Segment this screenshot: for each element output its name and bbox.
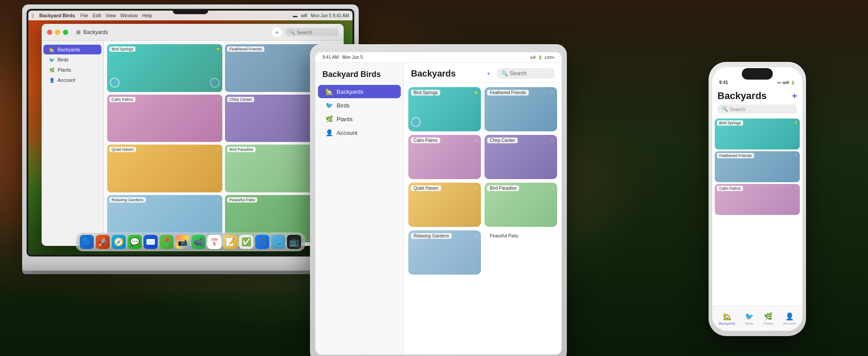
dock-calendar[interactable]: JUN5 bbox=[207, 235, 221, 249]
dock-hummingbird[interactable]: 🐦 bbox=[271, 235, 285, 249]
iphone-title-text: Backyards bbox=[717, 90, 767, 102]
maximize-button[interactable] bbox=[63, 30, 68, 35]
card-star[interactable]: ☆ bbox=[216, 147, 220, 152]
mac-cards-grid: Bird Springs ★ Feathered Friends bbox=[104, 41, 344, 246]
iphone-search-box[interactable]: 🔍 Search bbox=[717, 104, 797, 114]
iphone-tab-account[interactable]: 👤 Account bbox=[780, 310, 798, 327]
minimize-button[interactable] bbox=[55, 30, 60, 35]
ipad-card-relaxing-gardens[interactable]: Relaxing Gardens ☆ bbox=[408, 230, 481, 275]
card-star[interactable]: ☆ bbox=[216, 197, 220, 202]
ipad-card-chirp-center[interactable]: Chirp Center ☆ bbox=[484, 135, 557, 179]
iphone-item-star[interactable]: ★ bbox=[794, 120, 798, 125]
dock-safari[interactable]: 🧭 bbox=[112, 235, 126, 249]
dock-notes[interactable]: 📝 bbox=[223, 235, 237, 249]
card-label: Bird Springs bbox=[109, 46, 136, 52]
iphone-add-button[interactable]: + bbox=[792, 91, 797, 101]
iphone-tab-plants-icon: 🌿 bbox=[764, 312, 773, 321]
ipad-time: 9:41 AM bbox=[322, 55, 339, 60]
iphone-card-feathered-friends[interactable]: Feathered Friends ☆ bbox=[715, 151, 800, 182]
ipad-card-star[interactable]: ☆ bbox=[550, 233, 554, 239]
iphone-item-star[interactable]: ☆ bbox=[794, 186, 798, 190]
dock-appletv[interactable]: 📺 bbox=[287, 235, 301, 249]
ipad-nav-plants-label: Plants bbox=[337, 116, 353, 122]
iphone-tab-account-icon: 👤 bbox=[785, 312, 794, 321]
iphone-tab-plants[interactable]: 🌿 Plants bbox=[761, 310, 776, 327]
mac-sidebar-plants[interactable]: 🌿 Plants bbox=[43, 65, 101, 75]
iphone-card-calm-palms[interactable]: Calm Palms ☆ bbox=[715, 184, 800, 215]
ipad-card-star[interactable]: ☆ bbox=[550, 138, 554, 143]
iphone-tab-backyards-icon: 🏡 bbox=[723, 312, 732, 321]
mac-card-quiet-haven[interactable]: Quiet Haven ☆ bbox=[107, 145, 222, 192]
ipad-nav-backyards-label: Backyards bbox=[337, 88, 364, 95]
ipad-nav-account[interactable]: 👤 Account bbox=[318, 126, 401, 139]
wifi-icon: wifi bbox=[301, 13, 307, 18]
mac-card-bird-springs[interactable]: Bird Springs ★ bbox=[107, 44, 222, 92]
mac-sidebar-account[interactable]: 👤 Account bbox=[43, 75, 101, 85]
mac-laptop:  Backyard Birds File Edit View Window H… bbox=[22, 4, 359, 323]
card-label: Bird Paradise bbox=[227, 147, 256, 152]
mac-foot bbox=[22, 271, 359, 274]
menu-help[interactable]: Help bbox=[142, 13, 152, 18]
dock-reminders[interactable]: ✅ bbox=[239, 235, 253, 249]
ipad-card-quiet-haven[interactable]: Quiet Haven ☆ bbox=[408, 183, 481, 227]
iphone-body: 9:41 ▪▪▪ wifi 🔋 Backyards + 🔍 bbox=[709, 62, 806, 336]
menu-view[interactable]: View bbox=[105, 13, 116, 18]
card-label: Quiet Haven bbox=[109, 147, 136, 152]
ipad-card-star[interactable]: ☆ bbox=[550, 185, 554, 191]
mac-app-window: ⊞ Backyards + 🔍 Search bbox=[42, 24, 344, 246]
dock-mail[interactable]: ✉️ bbox=[143, 235, 158, 249]
ipad-card-label: Relaxing Gardens bbox=[411, 233, 452, 239]
dock-app-store[interactable]: 🎵 bbox=[255, 235, 269, 249]
iphone-tab-backyards[interactable]: 🏡 Backyards bbox=[716, 310, 738, 327]
dock-finder[interactable]: 🔵 bbox=[80, 235, 94, 249]
ipad-nav-plants[interactable]: 🌿 Plants bbox=[318, 112, 401, 126]
card-star[interactable]: ★ bbox=[216, 46, 220, 51]
account-nav-icon: 👤 bbox=[49, 77, 55, 83]
card-star[interactable]: ☆ bbox=[216, 97, 220, 102]
dock-maps[interactable]: 📍 bbox=[159, 235, 174, 249]
menu-window[interactable]: Window bbox=[120, 13, 138, 18]
menu-file[interactable]: File bbox=[80, 13, 88, 18]
iphone-card-bird-springs[interactable]: Bird Springs ★ bbox=[715, 119, 800, 149]
ipad-search-box[interactable]: 🔍 Search bbox=[497, 68, 554, 79]
mac-sidebar-birds[interactable]: 🐦 Birds bbox=[43, 55, 101, 65]
iphone-page-title: Backyards + bbox=[717, 90, 797, 102]
ipad-plants-icon: 🌿 bbox=[325, 115, 333, 122]
ipad-screen: 9:41 AM Mon Jun 5 wifi 🔋 100% Backyard B… bbox=[315, 52, 562, 355]
mac-search-box[interactable]: 🔍 Search bbox=[285, 28, 338, 36]
ipad-card-star[interactable]: ☆ bbox=[474, 233, 478, 239]
ipad-card-star[interactable]: ☆ bbox=[474, 185, 478, 191]
mac-notch bbox=[173, 9, 208, 14]
ipad-card-feathered-friends[interactable]: Feathered Friends ☆ bbox=[484, 87, 557, 131]
ipad-card-bird-springs[interactable]: Bird Springs ★ bbox=[408, 87, 481, 131]
mac-add-button[interactable]: + bbox=[272, 27, 282, 37]
close-button[interactable] bbox=[47, 30, 52, 35]
dock-launchpad[interactable]: 🚀 bbox=[96, 235, 110, 249]
ipad-nav-birds[interactable]: 🐦 Birds bbox=[318, 99, 401, 112]
ipad-card-label: Chirp Center bbox=[487, 138, 518, 143]
ipad-add-button[interactable]: + bbox=[484, 69, 493, 78]
ipad-card-calm-palms[interactable]: Calm Palms ☆ bbox=[408, 135, 481, 179]
mac-search-icon: 🔍 bbox=[289, 29, 295, 35]
ipad-card-peaceful-patio[interactable]: Peaceful Patio ☆ bbox=[484, 230, 557, 275]
apple-menu-icon[interactable]:  bbox=[32, 12, 34, 19]
dock-photos[interactable]: 📸 bbox=[175, 235, 190, 249]
iphone-tab-birds[interactable]: 🐦 Birds bbox=[742, 310, 756, 327]
iphone-item-star[interactable]: ☆ bbox=[794, 153, 798, 157]
ipad-card-star[interactable]: ☆ bbox=[474, 138, 478, 143]
ipad-body: 9:41 AM Mon Jun 5 wifi 🔋 100% Backyard B… bbox=[310, 44, 567, 356]
mac-card-calm-palms[interactable]: Calm Palms ☆ bbox=[107, 95, 222, 142]
iphone: 9:41 ▪▪▪ wifi 🔋 Backyards + 🔍 bbox=[709, 62, 806, 336]
menu-edit[interactable]: Edit bbox=[93, 13, 101, 18]
mac-sidebar-backyards[interactable]: 🏡 Backyards bbox=[43, 45, 101, 54]
iphone-wifi-icon: wifi bbox=[783, 80, 789, 85]
ipad-nav-backyards[interactable]: 🏡 Backyards bbox=[318, 85, 401, 98]
dock-facetime[interactable]: 📹 bbox=[191, 235, 205, 249]
ipad-card-label: Peaceful Patio bbox=[487, 233, 521, 239]
ipad-card-star[interactable]: ★ bbox=[474, 90, 478, 96]
mac-app-name[interactable]: Backyard Birds bbox=[39, 13, 75, 18]
ipad-card-bird-paradise[interactable]: Bird Paradise ☆ bbox=[484, 183, 557, 227]
dock-messages[interactable]: 💬 bbox=[128, 235, 142, 249]
ipad-card-star[interactable]: ☆ bbox=[550, 90, 554, 96]
iphone-dynamic-island bbox=[742, 68, 773, 80]
